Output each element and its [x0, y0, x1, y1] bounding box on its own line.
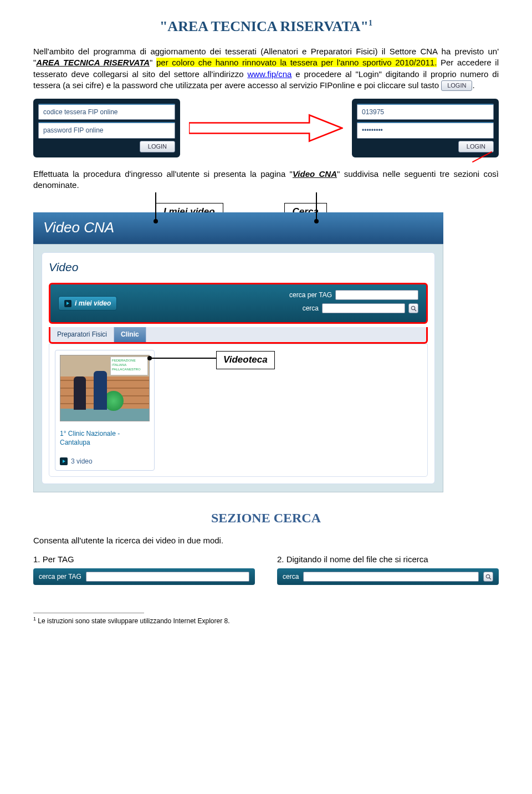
- play-icon: [64, 300, 71, 307]
- callout-videoteca: Videoteca: [216, 351, 275, 369]
- search-label: cerca: [303, 304, 319, 313]
- login-button[interactable]: LOGIN: [458, 141, 494, 152]
- tab-clinic[interactable]: Clinic: [114, 327, 146, 342]
- callout-line: [150, 358, 216, 359]
- thumbnail-title: 1° Clinic Nazionale - Cantalupa: [60, 429, 150, 447]
- page-title: "AREA TECNICA RISERVATA"1: [33, 17, 499, 36]
- video-tabs: Preparatori Fisici Clinic: [49, 327, 428, 343]
- intro-paragraph: Nell'ambito del programma di aggiornamen…: [33, 46, 499, 91]
- search-tag-input[interactable]: [335, 290, 418, 300]
- video-section-title: Video: [49, 259, 428, 275]
- tessera-input[interactable]: codice tessera FIP online: [38, 104, 175, 120]
- login-examples-row: codice tessera FIP online password FIP o…: [33, 99, 499, 157]
- videocna-header: Video CNA: [33, 212, 443, 244]
- login-button-inline[interactable]: LOGIN: [441, 80, 472, 91]
- login-box-placeholder: codice tessera FIP online password FIP o…: [33, 99, 180, 157]
- video-count: 3 video: [71, 457, 93, 466]
- tab-preparatori[interactable]: Preparatori Fisici: [50, 327, 114, 342]
- cerca-tag-label: cerca per TAG: [39, 572, 81, 581]
- svg-point-1: [411, 306, 415, 309]
- thumbnail-image: FEDERAZIONE ITALIANA PALLACANESTRO: [60, 355, 150, 421]
- sezione-intro: Consenta all'utente la ricerca dei video…: [33, 535, 499, 546]
- arrow-icon: [189, 109, 343, 147]
- sezione-cerca-heading: SEZIONE CERCA: [33, 509, 499, 527]
- login-button[interactable]: LOGIN: [140, 141, 175, 152]
- callout-line: [316, 192, 317, 221]
- search-icon[interactable]: [408, 303, 418, 313]
- login-box-filled: 013975 ••••••••• LOGIN: [352, 99, 499, 157]
- cerca-bar: cerca: [277, 568, 499, 585]
- password-input[interactable]: password FIP online: [38, 122, 175, 138]
- cerca-tag-input[interactable]: [86, 572, 249, 582]
- footnote-separator: [33, 613, 144, 613]
- cerca-input[interactable]: [303, 572, 479, 582]
- fip-cna-link[interactable]: www.fip/cna: [247, 69, 291, 79]
- search-input[interactable]: [322, 303, 405, 313]
- password-input-filled[interactable]: •••••••••: [357, 122, 494, 138]
- tessera-input-filled[interactable]: 013975: [357, 104, 494, 120]
- my-videos-button[interactable]: i miei video: [58, 296, 117, 311]
- search-tag-label: cerca per TAG: [289, 291, 332, 299]
- option-2: 2. Digitando il nome del file che si ric…: [277, 554, 499, 565]
- cerca-label: cerca: [283, 572, 299, 581]
- video-toolbar: i miei video cerca per TAG cerca: [49, 283, 428, 324]
- svg-line-2: [415, 309, 416, 311]
- footnote: 1 Le istruzioni sono state sviluppare ut…: [33, 615, 499, 625]
- search-icon[interactable]: [483, 572, 493, 582]
- red-pointer-line: [472, 151, 492, 162]
- svg-point-3: [486, 574, 489, 578]
- cerca-per-tag-bar: cerca per TAG: [33, 568, 255, 585]
- callout-line: [155, 192, 156, 221]
- svg-marker-0: [189, 115, 342, 141]
- video-thumbnail-card[interactable]: FEDERAZIONE ITALIANA PALLACANESTRO 1° Cl…: [55, 350, 155, 471]
- svg-line-4: [489, 578, 491, 579]
- paragraph-2: Effettuata la procedura d'ingresso all'u…: [33, 169, 499, 191]
- play-icon: [60, 457, 68, 465]
- option-1: 1. Per TAG: [33, 554, 255, 565]
